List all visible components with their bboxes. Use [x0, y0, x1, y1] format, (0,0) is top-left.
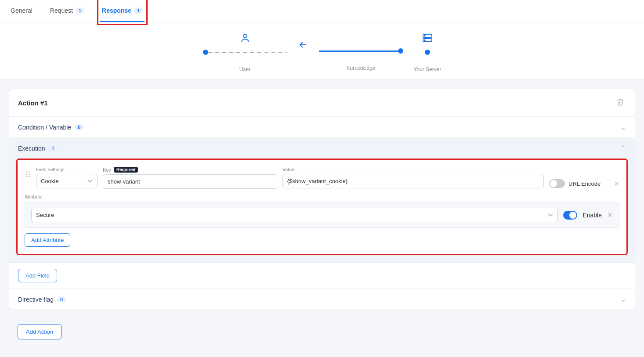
svg-point-9	[26, 176, 27, 177]
svg-point-0	[243, 34, 247, 38]
flow-node-your-server: Your Server	[414, 33, 441, 72]
condition-badge: 0	[75, 124, 83, 130]
add-action-label: Add Action	[26, 328, 53, 335]
svg-point-6	[29, 172, 30, 173]
attribute-row: Secure HttpOnly SameSite Path Domain Max…	[25, 202, 619, 228]
key-input[interactable]	[103, 174, 277, 189]
url-encode-column: URL Encode ✕	[549, 167, 619, 188]
execution-chevron-icon: ⌃	[620, 144, 626, 152]
tab-general[interactable]: General	[9, 0, 34, 22]
tab-response[interactable]: Response 1	[100, 0, 145, 22]
value-input[interactable]	[282, 174, 544, 188]
execution-label: Execution	[18, 145, 45, 152]
flow-node-user: User	[203, 33, 287, 72]
add-field-button[interactable]: Add Field	[18, 269, 57, 282]
field-key-column: Key Required	[103, 167, 277, 189]
flow-arrow-icon	[298, 40, 308, 52]
add-field-row: Add Field	[9, 263, 635, 289]
flow-node-kurocoedge: KurocoEdge	[319, 34, 403, 71]
execution-section: Execution 1 ⌃	[9, 138, 635, 263]
tabs-bar: General Request 1 Response 1	[0, 0, 644, 22]
field-type-select[interactable]: Cookie Header Query	[36, 174, 98, 188]
directive-badge: 0	[57, 296, 66, 303]
field-row: Field settings Cookie Header Query Key R…	[16, 159, 628, 255]
add-field-label: Add Field	[25, 272, 50, 279]
tab-request[interactable]: Request 1	[48, 0, 86, 22]
flow-label-user: User	[239, 66, 250, 72]
main-content: Action #1 Condition / Variable 0 ⌄	[0, 80, 644, 357]
directive-chevron-icon: ⌄	[620, 295, 626, 303]
condition-chevron-icon: ⌄	[620, 123, 626, 131]
attribute-type-select[interactable]: Secure HttpOnly SameSite Path Domain Max…	[31, 208, 558, 222]
condition-variable-row[interactable]: Condition / Variable 0 ⌄	[9, 117, 635, 138]
flow-line-kurocoedge	[319, 48, 403, 54]
tab-request-label: Request	[50, 7, 73, 14]
svg-point-3	[424, 36, 425, 36]
svg-point-8	[29, 174, 30, 175]
tab-request-badge: 1	[76, 7, 84, 14]
flow-line-server	[425, 50, 430, 55]
action-delete-button[interactable]	[615, 96, 626, 109]
svg-point-5	[26, 172, 27, 173]
required-badge: Required	[114, 167, 138, 173]
flow-diagram: User KurocoEdge Your Server	[0, 22, 644, 80]
condition-label: Condition / Variable	[18, 124, 71, 131]
drag-handle-icon[interactable]	[25, 170, 31, 180]
add-attribute-label: Add Attribute	[31, 237, 64, 243]
directive-label: Directive flag	[18, 296, 54, 303]
flow-label-server: Your Server	[414, 66, 441, 72]
action-card: Action #1 Condition / Variable 0 ⌄	[9, 89, 635, 310]
add-action-button[interactable]: Add Action	[18, 324, 62, 339]
field-type-column: Field settings Cookie Header Query	[36, 167, 98, 188]
tab-response-badge: 1	[134, 7, 143, 14]
add-action-row: Add Action	[9, 317, 635, 346]
attribute-enable-toggle[interactable]	[563, 211, 578, 220]
flow-label-kurocoedge: KurocoEdge	[347, 65, 376, 71]
person-icon	[240, 33, 250, 46]
execution-header[interactable]: Execution 1 ⌃	[9, 138, 635, 159]
attribute-section: Attribute Secure HttpOnly SameSite Path …	[25, 194, 619, 247]
field-row-top: Field settings Cookie Header Query Key R…	[25, 167, 619, 189]
attribute-enable-label: Enable	[582, 212, 602, 219]
flow-line-user	[203, 50, 287, 55]
attribute-close-button[interactable]: ✕	[607, 211, 613, 219]
value-label: Value	[282, 167, 544, 172]
svg-point-10	[29, 176, 30, 177]
field-close-button[interactable]: ✕	[614, 180, 619, 188]
field-value-column: Value	[282, 167, 544, 188]
url-encode-label: URL Encode	[568, 180, 601, 187]
add-attribute-button[interactable]: Add Attribute	[25, 233, 70, 247]
execution-badge: 1	[48, 145, 57, 151]
field-settings-label: Field settings	[36, 167, 98, 172]
directive-flag-row[interactable]: Directive flag 0 ⌄	[9, 289, 635, 310]
tab-general-label: General	[11, 7, 33, 14]
action-card-header: Action #1	[9, 89, 635, 117]
action-title: Action #1	[18, 99, 48, 107]
server-icon	[422, 33, 433, 46]
url-encode-toggle[interactable]	[549, 179, 565, 188]
svg-point-7	[26, 174, 27, 175]
attribute-label: Attribute	[25, 194, 619, 199]
tab-response-label: Response	[102, 7, 131, 14]
key-label: Key	[103, 167, 111, 173]
svg-point-4	[424, 40, 425, 41]
